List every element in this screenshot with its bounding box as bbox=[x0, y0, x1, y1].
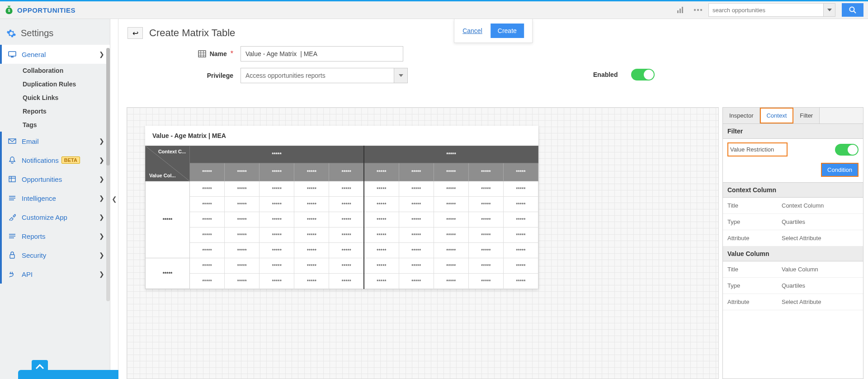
matrix-cell: ***** bbox=[468, 258, 503, 274]
matrix-cell: ***** bbox=[399, 212, 434, 227]
matrix-cell: ***** bbox=[503, 274, 538, 289]
tab-filter[interactable]: Filter bbox=[793, 108, 820, 123]
matrix-cell: ***** bbox=[503, 243, 538, 258]
matrix-cell: ***** bbox=[503, 258, 538, 274]
sidebar-item-security[interactable]: Security❯ bbox=[0, 246, 110, 265]
matrix-table: Context C...Value Col...****************… bbox=[145, 146, 538, 289]
sidebar-item-duplication-rules[interactable]: Duplication Rules bbox=[0, 77, 110, 91]
matrix-cell: ***** bbox=[225, 227, 259, 243]
condition-button[interactable]: Condition bbox=[821, 163, 859, 177]
sidebar-item-general[interactable]: General ❯ bbox=[0, 45, 110, 64]
lock-icon bbox=[7, 251, 17, 259]
matrix-cell: ***** bbox=[294, 197, 329, 212]
matrix-cell: ***** bbox=[190, 181, 225, 197]
main: Cancel Create ↩ Create Matrix Table Name… bbox=[118, 19, 868, 379]
more-icon[interactable] bbox=[691, 4, 705, 16]
matrix-cell: ***** bbox=[434, 227, 468, 243]
matrix-cell: ***** bbox=[294, 243, 329, 258]
matrix-row: ****************************************… bbox=[146, 274, 538, 289]
matrix-col-group: ***** bbox=[190, 146, 364, 163]
sidebar-item-intelligence[interactable]: Intelligence❯ bbox=[0, 189, 110, 208]
matrix-row: ****************************************… bbox=[146, 212, 538, 227]
matrix-cell: ***** bbox=[364, 243, 399, 258]
search-input[interactable] bbox=[708, 3, 824, 17]
back-button[interactable]: ↩ bbox=[127, 27, 143, 39]
stats-icon[interactable] bbox=[674, 4, 688, 16]
sidebar-item-customize-app[interactable]: Customize App❯ bbox=[0, 208, 110, 227]
chevron-right-icon: ❯ bbox=[99, 175, 104, 183]
grid-icon bbox=[7, 176, 17, 182]
matrix-cell: ***** bbox=[225, 243, 259, 258]
val-title-value: Value Column bbox=[782, 266, 818, 273]
val-attr-value[interactable]: Select Attribute bbox=[782, 298, 821, 305]
matrix-cell: ***** bbox=[259, 197, 294, 212]
table-icon bbox=[198, 50, 206, 57]
tab-inspector[interactable]: Inspector bbox=[723, 108, 760, 123]
bell-icon bbox=[7, 156, 17, 164]
matrix-col-sub: ***** bbox=[259, 163, 294, 181]
required-marker: * bbox=[231, 50, 233, 58]
matrix-cell: ***** bbox=[190, 243, 225, 258]
enabled-toggle[interactable] bbox=[631, 69, 655, 81]
plug-icon bbox=[7, 271, 17, 277]
matrix-cell: ***** bbox=[329, 258, 364, 274]
matrix-row: ****************************************… bbox=[146, 243, 538, 258]
search-button[interactable] bbox=[842, 3, 863, 17]
value-column-header: Value Column bbox=[723, 246, 863, 261]
matrix-cell: ***** bbox=[468, 212, 503, 227]
svg-rect-22 bbox=[198, 51, 206, 57]
matrix-cell: ***** bbox=[225, 258, 259, 274]
chevron-right-icon: ❯ bbox=[99, 232, 104, 240]
sidebar-item-tags[interactable]: Tags bbox=[0, 118, 110, 132]
svg-rect-3 bbox=[682, 7, 683, 13]
value-restriction-toggle[interactable] bbox=[835, 144, 859, 156]
matrix-title: Value - Age Matrix | MEA bbox=[145, 126, 538, 146]
moneybag-icon: $ bbox=[5, 5, 14, 15]
matrix-cell: ***** bbox=[329, 243, 364, 258]
matrix-cell: ***** bbox=[294, 181, 329, 197]
matrix-cell: ***** bbox=[399, 181, 434, 197]
matrix-cell: ***** bbox=[259, 181, 294, 197]
chevron-down-icon[interactable] bbox=[394, 68, 408, 83]
create-button[interactable]: Create bbox=[491, 24, 524, 38]
cancel-link[interactable]: Cancel bbox=[462, 27, 482, 34]
matrix-cell: ***** bbox=[468, 227, 503, 243]
sidebar-item-opportunities[interactable]: Opportunities❯ bbox=[0, 170, 110, 189]
privilege-select[interactable] bbox=[241, 68, 394, 83]
matrix-cell: ***** bbox=[364, 227, 399, 243]
chevron-right-icon: ❯ bbox=[99, 137, 104, 145]
gear-icon bbox=[6, 28, 16, 38]
name-input[interactable] bbox=[241, 46, 403, 62]
sidebar-item-notifications[interactable]: Notifications BETA ❯ bbox=[0, 151, 110, 170]
tab-context[interactable]: Context bbox=[760, 108, 793, 123]
matrix-cell: ***** bbox=[190, 258, 225, 274]
matrix-cell: ***** bbox=[468, 197, 503, 212]
search-dropdown[interactable] bbox=[824, 3, 835, 17]
app-title: OPPORTUNITIES bbox=[17, 6, 75, 14]
matrix-row: ****************************************… bbox=[146, 258, 538, 274]
matrix-cell: ***** bbox=[468, 181, 503, 197]
matrix-row: ****************************************… bbox=[146, 181, 538, 197]
sidebar-item-reports-sub[interactable]: Reports bbox=[0, 104, 110, 118]
chevron-right-icon: ❯ bbox=[99, 156, 104, 164]
matrix-cell: ***** bbox=[190, 197, 225, 212]
matrix-cell: ***** bbox=[364, 274, 399, 289]
sidebar-collapse-handle[interactable]: ❮ bbox=[110, 19, 118, 379]
ctx-attr-value[interactable]: Select Attribute bbox=[782, 235, 821, 242]
sidebar-item-email[interactable]: Email❯ bbox=[0, 132, 110, 151]
sidebar-scroll-thumb[interactable] bbox=[106, 48, 110, 166]
ctx-title-value: Context Column bbox=[782, 202, 824, 209]
sidebar-item-quick-links[interactable]: Quick Links bbox=[0, 91, 110, 104]
matrix-cell: ***** bbox=[434, 243, 468, 258]
sidebar-item-api[interactable]: API❯ bbox=[0, 265, 110, 284]
matrix-cell: ***** bbox=[225, 197, 259, 212]
matrix-cell: ***** bbox=[468, 274, 503, 289]
svg-point-7 bbox=[850, 7, 854, 12]
settings-header: Settings bbox=[0, 25, 110, 45]
sidebar-item-reports[interactable]: Reports❯ bbox=[0, 227, 110, 246]
envelope-icon bbox=[7, 138, 17, 144]
context-column-header: Context Column bbox=[723, 183, 863, 198]
svg-line-8 bbox=[854, 11, 856, 14]
sidebar-item-collaboration[interactable]: Collaboration bbox=[0, 64, 110, 77]
matrix-cell: ***** bbox=[329, 227, 364, 243]
